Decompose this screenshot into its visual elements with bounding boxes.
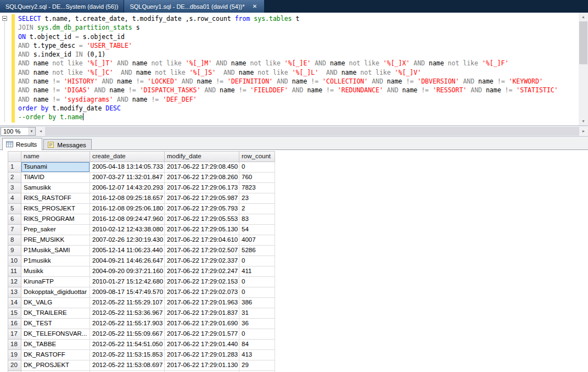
data-cell-create_date[interactable]: 2012-05-22 11:53:08.697 [90, 360, 165, 371]
row-number-cell[interactable]: 1 [8, 162, 21, 173]
data-cell-create_date[interactable]: 2012-05-22 11:53:15.853 [90, 350, 165, 360]
data-cell-create_date[interactable]: 2016-12-08 09:24:47.960 [90, 214, 165, 225]
data-cell-name[interactable]: P1musikk [21, 256, 90, 266]
data-cell-row_count[interactable]: 23 [239, 193, 275, 204]
data-cell-name[interactable]: DK_VALG [21, 298, 90, 308]
scroll-right-icon[interactable]: ► [579, 127, 588, 136]
code-area[interactable]: SELECT t.name, t.create_date, t.modify_d… [18, 14, 558, 122]
data-cell-name[interactable]: P1Musikk_SAMI [21, 246, 90, 256]
row-number-cell[interactable]: 18 [8, 340, 21, 350]
row-number-cell[interactable]: 7 [8, 225, 21, 235]
column-header-create_date[interactable]: create_date [90, 152, 165, 162]
scroll-down-icon[interactable]: ▼ [579, 117, 588, 125]
data-cell-name[interactable]: DK_RASTOFF [21, 350, 90, 360]
data-cell-row_count[interactable]: 0 [239, 162, 275, 173]
data-cell-row_count[interactable]: 31 [239, 308, 275, 319]
code-line-4[interactable]: AND t.type_desc = 'USER_TABLE' [18, 41, 558, 50]
row-number-cell[interactable]: 6 [8, 214, 21, 225]
code-line-11[interactable]: order by t.modify_date DESC [18, 104, 558, 113]
data-cell-create_date[interactable]: 2010-01-27 15:12:42.680 [90, 277, 165, 287]
data-cell-row_count[interactable]: 29 [239, 360, 275, 371]
data-cell-name[interactable]: TilAVID [21, 173, 90, 183]
data-cell-row_count[interactable]: 386 [239, 298, 275, 308]
data-cell-row_count[interactable]: 760 [239, 173, 275, 183]
data-cell-modify_date[interactable]: 2017-06-22 17:29:02.153 [165, 277, 239, 287]
data-cell-modify_date[interactable]: 2017-06-22 17:29:01.283 [165, 350, 239, 360]
document-tab-sqlquery2[interactable]: SQLQuery2.sql - DE...System (david (56)) [0, 0, 124, 13]
row-number-cell[interactable]: 20 [8, 360, 21, 371]
row-number-cell[interactable]: 11 [8, 266, 21, 277]
scrollbar-thumb[interactable] [45, 127, 579, 136]
data-cell-row_count[interactable]: 0 [239, 256, 275, 266]
data-cell-modify_date[interactable]: 2017-06-22 17:29:05.130 [165, 225, 239, 235]
data-cell-create_date[interactable]: 2012-05-22 11:53:36.967 [90, 308, 165, 319]
data-cell-create_date[interactable]: 2007-03-27 11:32:01.847 [90, 173, 165, 183]
chevron-down-icon[interactable]: ▼ [28, 127, 35, 135]
scroll-left-icon[interactable]: ◄ [36, 127, 45, 136]
row-number-cell[interactable]: 14 [8, 298, 21, 308]
data-cell-create_date[interactable]: 2007-02-26 12:30:19.430 [90, 235, 165, 246]
data-cell-modify_date[interactable]: 2017-06-22 17:29:05.793 [165, 204, 239, 214]
data-cell-modify_date[interactable]: 2017-06-22 17:29:05.553 [165, 214, 239, 225]
row-number-cell[interactable]: 12 [8, 277, 21, 287]
data-cell-create_date[interactable]: 2004-09-21 14:46:26.647 [90, 256, 165, 266]
code-line-1[interactable]: SELECT t.name, t.create_date, t.modify_d… [18, 14, 558, 23]
data-cell-name[interactable]: KirunaFTP [21, 277, 90, 287]
row-number-cell[interactable]: 4 [8, 193, 21, 204]
data-cell-create_date[interactable]: 2009-08-17 15:47:49.570 [90, 287, 165, 298]
data-cell-modify_date[interactable]: 2017-06-22 17:29:02.247 [165, 266, 239, 277]
data-cell-row_count[interactable]: 411 [239, 266, 275, 277]
data-cell-row_count[interactable]: 0 [239, 329, 275, 340]
data-cell-create_date[interactable]: 2012-05-22 11:54:51.050 [90, 340, 165, 350]
data-cell-name[interactable]: PRE_MUSIKK [21, 235, 90, 246]
row-number-cell[interactable]: 15 [8, 308, 21, 319]
row-number-cell[interactable]: 5 [8, 204, 21, 214]
code-line-2[interactable]: JOIN sys.dm_db_partition_stats s [18, 23, 558, 32]
zoom-selector[interactable]: 100 % ▼ [1, 127, 36, 136]
data-cell-modify_date[interactable]: 2017-06-22 17:29:06.173 [165, 183, 239, 193]
data-cell-row_count[interactable]: 54 [239, 225, 275, 235]
data-cell-row_count[interactable]: 2 [239, 204, 275, 214]
row-number-cell[interactable]: 8 [8, 235, 21, 246]
data-cell-modify_date[interactable]: 2017-06-22 17:29:02.337 [165, 256, 239, 266]
data-cell-create_date[interactable]: 2012-05-22 11:55:09.667 [90, 329, 165, 340]
tab-messages[interactable]: Messages [43, 139, 91, 150]
data-cell-row_count[interactable]: 84 [239, 340, 275, 350]
data-cell-modify_date[interactable]: 2017-06-22 17:29:01.963 [165, 298, 239, 308]
row-number-cell[interactable]: 17 [8, 329, 21, 340]
close-icon[interactable]: ✕ [251, 3, 259, 10]
data-cell-create_date[interactable]: 2005-04-18 13:14:05.733 [90, 162, 165, 173]
column-header-row_count[interactable]: row_count [239, 152, 275, 162]
data-cell-create_date[interactable]: 2012-05-22 11:55:17.903 [90, 319, 165, 329]
data-cell-row_count[interactable]: 7823 [239, 183, 275, 193]
data-cell-name[interactable]: DK_TEST [21, 319, 90, 329]
data-cell-modify_date[interactable]: 2017-06-22 17:29:02.073 [165, 287, 239, 298]
data-cell-row_count[interactable]: 0 [239, 277, 275, 287]
code-line-10[interactable]: AND name != 'sysdiagrams' AND name != 'D… [18, 95, 558, 104]
data-cell-modify_date[interactable]: 2017-06-22 17:29:01.577 [165, 329, 239, 340]
data-cell-modify_date[interactable]: 2017-06-22 17:29:02.507 [165, 246, 239, 256]
data-cell-row_count[interactable]: 0 [239, 287, 275, 298]
code-line-9[interactable]: AND name != 'DIGAS' AND name != 'DISPATC… [18, 86, 558, 95]
data-cell-modify_date[interactable]: 2017-06-22 17:29:04.610 [165, 235, 239, 246]
document-tab-sqlquery1[interactable]: SQLQuery1.sql - DE...dbsa01 (david (54))… [124, 0, 264, 13]
scrollbar-thumb[interactable] [579, 21, 587, 64]
data-cell-row_count[interactable]: 83 [239, 214, 275, 225]
data-cell-row_count[interactable]: 36 [239, 319, 275, 329]
data-cell-modify_date[interactable]: 2017-06-22 17:29:01.130 [165, 360, 239, 371]
code-line-6[interactable]: AND name not like '%[_]T' AND name not l… [18, 59, 558, 68]
data-cell-modify_date[interactable]: 2017-06-22 17:29:01.440 [165, 340, 239, 350]
data-cell-modify_date[interactable]: 2017-06-22 17:29:08.260 [165, 173, 239, 183]
data-cell-name[interactable]: Dokopptak_digiduottar [21, 287, 90, 298]
data-cell-row_count[interactable]: 413 [239, 350, 275, 360]
data-cell-modify_date[interactable]: 2017-06-22 17:29:01.690 [165, 319, 239, 329]
grid-corner-cell[interactable] [8, 152, 21, 162]
row-number-cell[interactable]: 16 [8, 319, 21, 329]
code-line-8[interactable]: AND name != 'HISTORY' AND name != 'LOCKE… [18, 77, 558, 86]
data-cell-name[interactable]: RIKS_RASTOFF [21, 193, 90, 204]
data-cell-row_count[interactable]: 5286 [239, 246, 275, 256]
data-cell-name[interactable]: RIKS_PROGRAM [21, 214, 90, 225]
data-cell-name[interactable]: DK_TELEFONSVAR... [21, 329, 90, 340]
column-header-modify_date[interactable]: modify_date [165, 152, 239, 162]
row-number-cell[interactable]: 3 [8, 183, 21, 193]
